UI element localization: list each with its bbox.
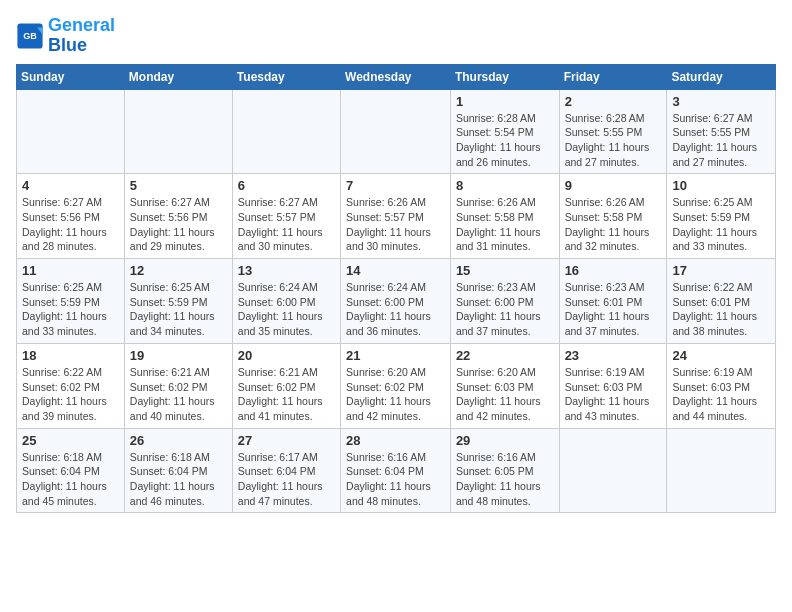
- calendar-cell: 27Sunrise: 6:17 AM Sunset: 6:04 PM Dayli…: [232, 428, 340, 513]
- calendar-cell: 21Sunrise: 6:20 AM Sunset: 6:02 PM Dayli…: [341, 343, 451, 428]
- day-info: Sunrise: 6:16 AM Sunset: 6:05 PM Dayligh…: [456, 450, 554, 509]
- days-header-row: SundayMondayTuesdayWednesdayThursdayFrid…: [17, 64, 776, 89]
- day-number: 26: [130, 433, 227, 448]
- day-number: 18: [22, 348, 119, 363]
- calendar-cell: 19Sunrise: 6:21 AM Sunset: 6:02 PM Dayli…: [124, 343, 232, 428]
- day-number: 16: [565, 263, 662, 278]
- day-number: 2: [565, 94, 662, 109]
- calendar-week-row: 4Sunrise: 6:27 AM Sunset: 5:56 PM Daylig…: [17, 174, 776, 259]
- day-info: Sunrise: 6:28 AM Sunset: 5:55 PM Dayligh…: [565, 111, 662, 170]
- day-number: 19: [130, 348, 227, 363]
- calendar-cell: 13Sunrise: 6:24 AM Sunset: 6:00 PM Dayli…: [232, 259, 340, 344]
- day-header-tuesday: Tuesday: [232, 64, 340, 89]
- day-info: Sunrise: 6:21 AM Sunset: 6:02 PM Dayligh…: [130, 365, 227, 424]
- day-number: 25: [22, 433, 119, 448]
- day-header-monday: Monday: [124, 64, 232, 89]
- day-info: Sunrise: 6:20 AM Sunset: 6:03 PM Dayligh…: [456, 365, 554, 424]
- calendar-cell: 15Sunrise: 6:23 AM Sunset: 6:00 PM Dayli…: [450, 259, 559, 344]
- calendar-cell: 11Sunrise: 6:25 AM Sunset: 5:59 PM Dayli…: [17, 259, 125, 344]
- day-number: 15: [456, 263, 554, 278]
- calendar-cell: 1Sunrise: 6:28 AM Sunset: 5:54 PM Daylig…: [450, 89, 559, 174]
- calendar-cell: 18Sunrise: 6:22 AM Sunset: 6:02 PM Dayli…: [17, 343, 125, 428]
- day-number: 22: [456, 348, 554, 363]
- day-info: Sunrise: 6:18 AM Sunset: 6:04 PM Dayligh…: [22, 450, 119, 509]
- day-number: 9: [565, 178, 662, 193]
- calendar-cell: 29Sunrise: 6:16 AM Sunset: 6:05 PM Dayli…: [450, 428, 559, 513]
- calendar-cell: 14Sunrise: 6:24 AM Sunset: 6:00 PM Dayli…: [341, 259, 451, 344]
- day-info: Sunrise: 6:19 AM Sunset: 6:03 PM Dayligh…: [565, 365, 662, 424]
- day-number: 13: [238, 263, 335, 278]
- page-header: GB GeneralBlue: [16, 16, 776, 56]
- day-info: Sunrise: 6:27 AM Sunset: 5:55 PM Dayligh…: [672, 111, 770, 170]
- logo: GB GeneralBlue: [16, 16, 115, 56]
- day-number: 1: [456, 94, 554, 109]
- calendar-cell: 2Sunrise: 6:28 AM Sunset: 5:55 PM Daylig…: [559, 89, 667, 174]
- calendar-cell: 4Sunrise: 6:27 AM Sunset: 5:56 PM Daylig…: [17, 174, 125, 259]
- calendar-cell: 26Sunrise: 6:18 AM Sunset: 6:04 PM Dayli…: [124, 428, 232, 513]
- day-number: 17: [672, 263, 770, 278]
- day-number: 6: [238, 178, 335, 193]
- day-info: Sunrise: 6:28 AM Sunset: 5:54 PM Dayligh…: [456, 111, 554, 170]
- day-info: Sunrise: 6:25 AM Sunset: 5:59 PM Dayligh…: [672, 195, 770, 254]
- calendar-cell: 24Sunrise: 6:19 AM Sunset: 6:03 PM Dayli…: [667, 343, 776, 428]
- day-info: Sunrise: 6:26 AM Sunset: 5:57 PM Dayligh…: [346, 195, 445, 254]
- calendar-cell: 6Sunrise: 6:27 AM Sunset: 5:57 PM Daylig…: [232, 174, 340, 259]
- day-number: 3: [672, 94, 770, 109]
- svg-text:GB: GB: [23, 31, 37, 41]
- day-number: 7: [346, 178, 445, 193]
- calendar-cell: 20Sunrise: 6:21 AM Sunset: 6:02 PM Dayli…: [232, 343, 340, 428]
- calendar-cell: 17Sunrise: 6:22 AM Sunset: 6:01 PM Dayli…: [667, 259, 776, 344]
- calendar-cell: 28Sunrise: 6:16 AM Sunset: 6:04 PM Dayli…: [341, 428, 451, 513]
- calendar-cell: [17, 89, 125, 174]
- day-info: Sunrise: 6:23 AM Sunset: 6:00 PM Dayligh…: [456, 280, 554, 339]
- day-number: 4: [22, 178, 119, 193]
- calendar-week-row: 11Sunrise: 6:25 AM Sunset: 5:59 PM Dayli…: [17, 259, 776, 344]
- day-number: 29: [456, 433, 554, 448]
- calendar-week-row: 25Sunrise: 6:18 AM Sunset: 6:04 PM Dayli…: [17, 428, 776, 513]
- day-number: 11: [22, 263, 119, 278]
- day-info: Sunrise: 6:26 AM Sunset: 5:58 PM Dayligh…: [456, 195, 554, 254]
- day-number: 21: [346, 348, 445, 363]
- calendar-cell: 25Sunrise: 6:18 AM Sunset: 6:04 PM Dayli…: [17, 428, 125, 513]
- calendar-cell: 23Sunrise: 6:19 AM Sunset: 6:03 PM Dayli…: [559, 343, 667, 428]
- day-header-saturday: Saturday: [667, 64, 776, 89]
- day-info: Sunrise: 6:23 AM Sunset: 6:01 PM Dayligh…: [565, 280, 662, 339]
- calendar-cell: 16Sunrise: 6:23 AM Sunset: 6:01 PM Dayli…: [559, 259, 667, 344]
- day-number: 24: [672, 348, 770, 363]
- calendar-cell: 12Sunrise: 6:25 AM Sunset: 5:59 PM Dayli…: [124, 259, 232, 344]
- day-header-sunday: Sunday: [17, 64, 125, 89]
- calendar-table: SundayMondayTuesdayWednesdayThursdayFrid…: [16, 64, 776, 514]
- calendar-cell: 22Sunrise: 6:20 AM Sunset: 6:03 PM Dayli…: [450, 343, 559, 428]
- day-number: 28: [346, 433, 445, 448]
- calendar-cell: [341, 89, 451, 174]
- day-info: Sunrise: 6:16 AM Sunset: 6:04 PM Dayligh…: [346, 450, 445, 509]
- calendar-week-row: 18Sunrise: 6:22 AM Sunset: 6:02 PM Dayli…: [17, 343, 776, 428]
- calendar-cell: [232, 89, 340, 174]
- day-number: 27: [238, 433, 335, 448]
- day-info: Sunrise: 6:21 AM Sunset: 6:02 PM Dayligh…: [238, 365, 335, 424]
- day-info: Sunrise: 6:18 AM Sunset: 6:04 PM Dayligh…: [130, 450, 227, 509]
- day-info: Sunrise: 6:19 AM Sunset: 6:03 PM Dayligh…: [672, 365, 770, 424]
- day-number: 8: [456, 178, 554, 193]
- day-info: Sunrise: 6:24 AM Sunset: 6:00 PM Dayligh…: [238, 280, 335, 339]
- logo-text: GeneralBlue: [48, 16, 115, 56]
- day-info: Sunrise: 6:27 AM Sunset: 5:57 PM Dayligh…: [238, 195, 335, 254]
- day-number: 10: [672, 178, 770, 193]
- logo-icon: GB: [16, 22, 44, 50]
- calendar-cell: 5Sunrise: 6:27 AM Sunset: 5:56 PM Daylig…: [124, 174, 232, 259]
- day-header-friday: Friday: [559, 64, 667, 89]
- calendar-cell: 9Sunrise: 6:26 AM Sunset: 5:58 PM Daylig…: [559, 174, 667, 259]
- day-header-thursday: Thursday: [450, 64, 559, 89]
- calendar-cell: [667, 428, 776, 513]
- calendar-cell: 8Sunrise: 6:26 AM Sunset: 5:58 PM Daylig…: [450, 174, 559, 259]
- day-info: Sunrise: 6:17 AM Sunset: 6:04 PM Dayligh…: [238, 450, 335, 509]
- calendar-cell: 3Sunrise: 6:27 AM Sunset: 5:55 PM Daylig…: [667, 89, 776, 174]
- day-header-wednesday: Wednesday: [341, 64, 451, 89]
- day-info: Sunrise: 6:24 AM Sunset: 6:00 PM Dayligh…: [346, 280, 445, 339]
- day-info: Sunrise: 6:22 AM Sunset: 6:02 PM Dayligh…: [22, 365, 119, 424]
- day-info: Sunrise: 6:25 AM Sunset: 5:59 PM Dayligh…: [130, 280, 227, 339]
- day-info: Sunrise: 6:20 AM Sunset: 6:02 PM Dayligh…: [346, 365, 445, 424]
- calendar-cell: [124, 89, 232, 174]
- day-number: 12: [130, 263, 227, 278]
- day-number: 20: [238, 348, 335, 363]
